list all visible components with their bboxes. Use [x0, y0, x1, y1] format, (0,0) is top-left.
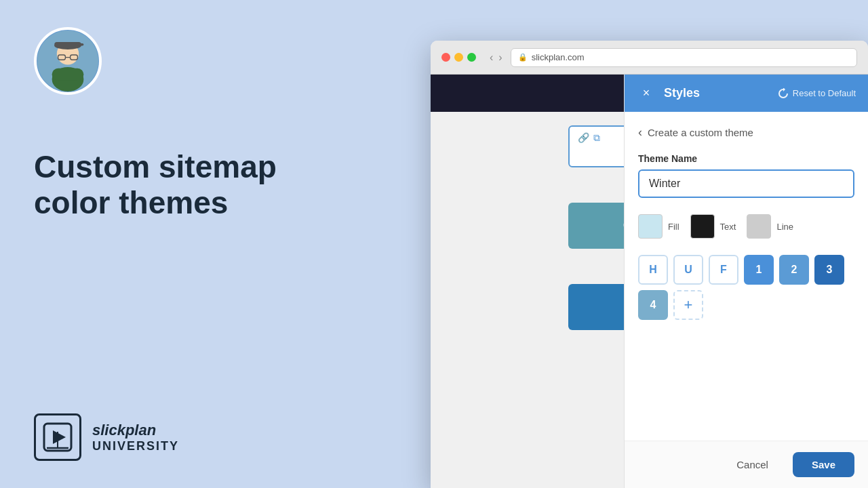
logo-sub: UNIVERSITY: [92, 439, 179, 453]
nav-forward-arrow[interactable]: ›: [498, 52, 502, 64]
level-1-button[interactable]: 1: [744, 255, 774, 285]
node-icons-left: 🔗 ⧉: [578, 132, 600, 145]
reset-label: Reset to Default: [793, 88, 856, 98]
styles-panel: × Styles Reset to Default ‹ Create a cus…: [624, 75, 868, 488]
theme-name-label: Theme Name: [638, 153, 854, 164]
panel-header: × Styles Reset to Default: [625, 75, 868, 112]
fill-label: Fill: [668, 222, 679, 232]
level-F-button[interactable]: F: [709, 255, 738, 285]
fill-swatch[interactable]: [638, 214, 663, 239]
back-nav-label: Create a custom theme: [648, 127, 753, 138]
link-icon: 🔗: [578, 132, 589, 145]
left-panel: Custom sitemapcolor themes slickplan UNI…: [0, 0, 427, 488]
logo-area: slickplan UNIVERSITY: [34, 413, 393, 461]
fill-swatch-group: Fill: [638, 214, 679, 239]
browser-content: 🔗 ⧉ ⋮ i Blog ↗ Categories: [431, 75, 868, 488]
line-swatch[interactable]: [747, 214, 771, 239]
theme-name-input[interactable]: [638, 169, 854, 198]
level-3-button[interactable]: 3: [814, 255, 844, 285]
url-text: slickplan.com: [532, 52, 585, 62]
svg-rect-3: [52, 68, 84, 81]
level-4-button[interactable]: 4: [638, 290, 668, 320]
panel-title: Styles: [664, 86, 770, 100]
level-U-button[interactable]: U: [673, 255, 703, 285]
level-H-button[interactable]: H: [638, 255, 668, 285]
logo-name: slickplan: [92, 422, 179, 439]
nav-back-arrow[interactable]: ‹: [490, 52, 493, 64]
level-buttons: H U F 1 2 3 4 +: [638, 255, 854, 320]
panel-close-button[interactable]: ×: [637, 84, 656, 103]
traffic-light-green[interactable]: [467, 53, 476, 62]
reset-button[interactable]: Reset to Default: [778, 88, 856, 99]
line-label: Line: [776, 222, 793, 232]
nav-arrows: ‹ ›: [490, 52, 502, 64]
svg-marker-11: [53, 430, 66, 444]
back-arrow-icon: ‹: [638, 125, 642, 140]
page-headline: Custom sitemapcolor themes: [34, 149, 393, 221]
browser-window: ‹ › 🔒 slickplan.com 🔗 ⧉: [431, 41, 868, 488]
save-button[interactable]: Save: [793, 452, 854, 477]
text-label: Text: [720, 222, 736, 232]
level-add-button[interactable]: +: [673, 290, 703, 320]
traffic-lights: [441, 53, 476, 62]
text-swatch-group: Text: [690, 214, 736, 239]
line-swatch-group: Line: [747, 214, 793, 239]
traffic-light-red[interactable]: [441, 53, 450, 62]
traffic-light-yellow[interactable]: [454, 53, 463, 62]
logo-text-block: slickplan UNIVERSITY: [92, 422, 179, 453]
back-nav[interactable]: ‹ Create a custom theme: [638, 125, 854, 140]
copy-icon: ⧉: [593, 132, 600, 145]
panel-footer: Cancel Save: [625, 441, 868, 488]
color-swatches: Fill Text Line: [638, 214, 854, 239]
avatar-top: [34, 27, 102, 95]
browser-chrome: ‹ › 🔒 slickplan.com: [431, 41, 868, 75]
cancel-button[interactable]: Cancel: [722, 452, 783, 477]
svg-rect-6: [75, 43, 84, 46]
level-2-button[interactable]: 2: [779, 255, 809, 285]
panel-body: ‹ Create a custom theme Theme Name Fill …: [625, 112, 868, 441]
lock-icon: 🔒: [518, 53, 528, 62]
text-swatch[interactable]: [690, 214, 715, 239]
address-bar[interactable]: 🔒 slickplan.com: [511, 48, 857, 67]
logo-icon: [34, 413, 81, 461]
